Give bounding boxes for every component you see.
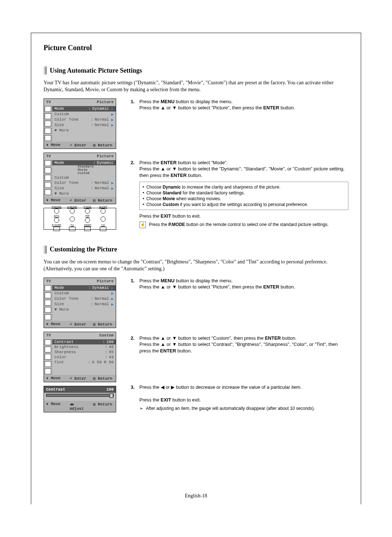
exit-line: Press the EXIT button to exit. — [139, 213, 348, 219]
footer-move: ♦ Move — [46, 143, 67, 148]
step2-text: Press the ENTER button to select "Mode".… — [139, 160, 348, 228]
remote-button: S.MODE — [67, 206, 78, 214]
step-number: 1. — [131, 278, 139, 290]
input-icon — [45, 347, 51, 352]
step-number: 2. — [131, 335, 139, 354]
step-number: 1. — [131, 98, 139, 111]
osd-icon-strip — [44, 160, 52, 197]
osd-picture-menu-3: TV Picture Mode:Dynamic▶Custom▶ — [44, 278, 116, 328]
osd-row: Size:Normal▶ — [52, 186, 116, 191]
page-title: Picture Control — [44, 44, 348, 52]
slider-track — [46, 394, 114, 397]
page-number: English-18 — [0, 493, 392, 499]
sound-icon — [45, 354, 51, 360]
heading-bars-icon — [44, 246, 47, 254]
osd-row: Sharpness:65 — [52, 350, 116, 355]
osd-row: Custom▶ — [52, 112, 116, 117]
input-icon — [45, 113, 51, 119]
tv-icon — [45, 339, 51, 345]
osd-title-left: TV — [46, 100, 51, 104]
footer-move: ♦ Move — [46, 376, 67, 381]
s2-step2-text: Press the ▲ or ▼ button to select "Custo… — [139, 335, 348, 354]
footer-move: ♦ Move — [46, 198, 67, 203]
osd-row: Size:Normal▶ — [52, 302, 116, 307]
channel-icon — [45, 307, 51, 313]
setup-icon — [45, 368, 51, 374]
pmode-note: ☝ Press the P.MODE button on the remote … — [139, 222, 348, 228]
remote-button: CH — [98, 224, 109, 231]
osd-icon-strip — [44, 284, 52, 321]
setup-icon — [45, 135, 51, 141]
osd-picture-menu-1: TV Picture Mode:Dynamic▶Custom▶ — [44, 98, 116, 149]
osd-row: Custom — [52, 175, 116, 180]
remote-button: TU — [67, 224, 78, 231]
slider-value: 100 — [106, 387, 114, 392]
osd-row: Color Tone:Normal▶ — [52, 296, 116, 302]
osd-row: Color Tone:Normal▶ — [52, 117, 116, 122]
osd-icon-strip — [44, 105, 52, 142]
sound-icon — [45, 175, 51, 181]
section1-intro: Your TV has four automatic picture setti… — [44, 80, 348, 93]
footer-enter: ⏎ Enter — [70, 143, 90, 148]
input-icon — [45, 167, 51, 173]
osd-row: Mode:Dynamic — [52, 160, 116, 165]
page-border-right — [361, 33, 361, 504]
section1-title: Using Automatic Picture Settings — [50, 67, 142, 74]
osd-row: Size:Normal▶ — [52, 122, 116, 128]
slider-knob — [110, 393, 113, 398]
remote-button: SWAP — [82, 224, 93, 231]
osd-title-right: Picture — [97, 154, 114, 158]
footer-enter: ⏎ Enter — [70, 376, 90, 381]
osd-custom-menu: TV Custom Contrast:100Brightnes — [44, 332, 116, 382]
osd-submenu-item: Custom — [52, 172, 116, 175]
step-number: 3. — [131, 384, 139, 411]
heading-bars-icon — [44, 66, 47, 74]
osd-row: Mode:Dynamic▶ — [52, 106, 116, 112]
remote-button: PIP — [82, 215, 93, 223]
remote-button — [98, 216, 109, 222]
osd-title-right: Picture — [97, 279, 114, 283]
osd-row: ▼ More — [52, 307, 116, 312]
osd-picture-menu-2: TV Picture Mode:DynamicStandard — [44, 153, 116, 204]
osd-title-left: TV — [46, 279, 51, 283]
osd-title-right: Picture — [97, 100, 114, 104]
footer-move: ♦ Move — [46, 402, 67, 411]
s2-step3-text: Press the ◀ or ▶ button to decrease or i… — [139, 384, 348, 411]
osd-row: Brightness:45 — [52, 344, 116, 350]
osd-row: Custom▶ — [52, 291, 116, 296]
section2-intro: You can use the on-screen menus to chang… — [44, 259, 348, 272]
remote-note-icon: ☝ — [139, 222, 146, 228]
section-customizing-picture: Customizing the Picture You can use the … — [44, 246, 348, 418]
footer-enter: ⏎ Enter — [70, 322, 90, 327]
remote-button: SLEEP — [98, 206, 109, 214]
gauge-note: After adjusting an item, the gauge will … — [139, 405, 348, 411]
footer-enter: ⏎ Enter — [70, 198, 90, 203]
page-border-top — [31, 33, 361, 33]
osd-row: ▼ More — [52, 128, 116, 133]
osd-icon-strip — [44, 339, 52, 375]
remote-button: P.SIZE — [82, 206, 93, 214]
remote-button: MTS — [51, 215, 62, 223]
input-icon — [45, 292, 51, 298]
footer-move: ♦ Move — [46, 322, 67, 327]
remote-button — [67, 216, 78, 222]
page-border-left — [31, 33, 31, 504]
osd-row: ▼ More — [52, 191, 116, 196]
channel-icon — [45, 361, 51, 367]
tv-icon — [45, 160, 51, 166]
step-number: 2. — [131, 160, 139, 228]
osd-row: Contrast:100 — [52, 339, 116, 344]
setup-icon — [45, 314, 51, 320]
sound-icon — [45, 121, 51, 126]
section2-title: Customizing the Picture — [50, 246, 117, 253]
osd-row: Color Tone:Normal▶ — [52, 180, 116, 186]
step1-text: Press the MENU button to display the men… — [139, 98, 348, 111]
osd-title-left: TV — [46, 154, 51, 158]
remote-button: R.SURF — [51, 224, 62, 231]
osd-row: color:43 — [52, 355, 116, 360]
footer-return: ▥ Return — [93, 198, 114, 203]
footer-adjust: ◀▶ Adjust — [70, 402, 90, 411]
s2-step1-text: Press the MENU button to display the men… — [139, 278, 348, 290]
setup-icon — [45, 189, 51, 195]
sound-icon — [45, 300, 51, 306]
